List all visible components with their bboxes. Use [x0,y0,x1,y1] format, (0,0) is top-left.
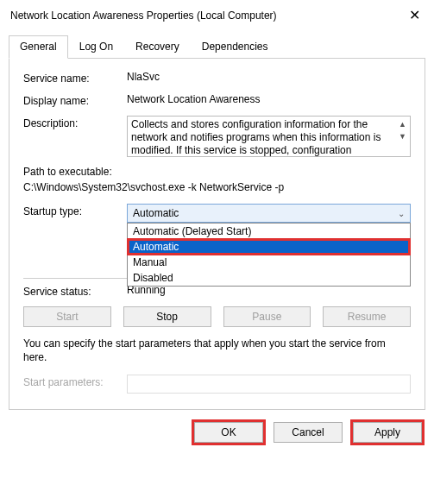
window-title: Network Location Awareness Properties (L… [10,9,277,22]
startup-type-dropdown[interactable]: Automatic (Delayed Start) Automatic Manu… [127,223,411,287]
label-startup-type: Startup type: [23,204,127,217]
startup-option-manual[interactable]: Manual [128,255,410,270]
description-scroll[interactable]: ▲ ▼ [399,118,406,143]
cancel-button[interactable]: Cancel [274,422,343,443]
label-path: Path to executable: [23,166,411,178]
apply-button[interactable]: Apply [353,422,422,443]
tab-panel-general: Service name: NlaSvc Display name: Netwo… [9,58,425,410]
value-display-name: Network Location Awareness [127,93,411,105]
chevron-down-icon: ⌄ [398,209,405,218]
label-service-name: Service name: [23,71,127,85]
start-params-hint: You can specify the start parameters tha… [23,337,411,364]
titlebar: Network Location Awareness Properties (L… [0,0,434,29]
startup-option-disabled[interactable]: Disabled [128,270,410,286]
label-start-parameters: Start parameters: [23,375,127,388]
tab-dependencies[interactable]: Dependencies [191,35,280,59]
description-box: Collects and stores configuration inform… [127,116,411,157]
start-button: Start [23,306,111,327]
start-parameters-input [127,375,411,394]
startup-option-delayed[interactable]: Automatic (Delayed Start) [128,224,410,239]
stop-button[interactable]: Stop [123,306,211,327]
ok-button[interactable]: OK [194,422,263,443]
description-text: Collects and stores configuration inform… [131,118,395,157]
tab-logon[interactable]: Log On [68,35,124,59]
label-display-name: Display name: [23,93,127,107]
tabstrip: General Log On Recovery Dependencies [9,35,425,58]
dialog-buttons: OK Cancel Apply [0,410,434,443]
tab-general[interactable]: General [9,35,68,59]
startup-type-select[interactable]: Automatic ⌄ [127,204,411,223]
close-icon[interactable]: ✕ [404,7,425,24]
resume-button: Resume [323,306,411,327]
pause-button: Pause [223,306,311,327]
tab-recovery[interactable]: Recovery [124,35,191,59]
value-path: C:\Windows\System32\svchost.exe -k Netwo… [23,181,411,193]
chevron-up-icon[interactable]: ▲ [399,118,406,130]
startup-type-value: Automatic [133,207,179,219]
value-service-name: NlaSvc [127,71,411,83]
label-description: Description: [23,116,127,129]
chevron-down-icon[interactable]: ▼ [399,130,406,142]
startup-option-automatic[interactable]: Automatic [128,239,410,255]
label-service-status: Service status: [23,284,127,298]
